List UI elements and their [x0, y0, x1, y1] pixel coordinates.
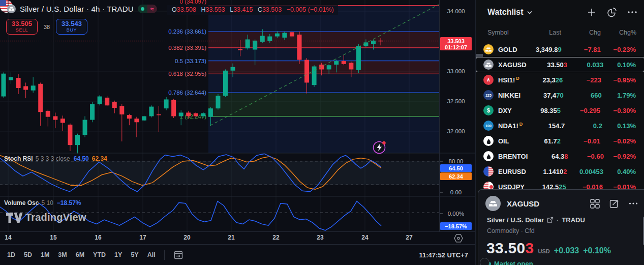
sell-button[interactable]: 33.505 SELL [6, 19, 38, 35]
lightning-trade-button[interactable] [373, 140, 386, 154]
detail-currency: USD [538, 248, 550, 254]
vol-value: −18.57% [57, 199, 81, 207]
range-button-6m[interactable]: 6M [76, 251, 84, 258]
drop-icon [483, 136, 494, 146]
watchlist-row-dxy[interactable]: $DXY98.355−0.295−0.30% [476, 103, 644, 118]
candle [46, 111, 50, 117]
open-value: 33.508 [177, 6, 196, 13]
watchlist-row-brentoi[interactable]: BRENTOI64.38−0.60−0.92% [476, 149, 644, 164]
more-options-icon[interactable] [629, 202, 638, 205]
symbol-cell: ∧HSI1!D [483, 75, 519, 85]
symbol-name: OIL [498, 137, 509, 145]
column-symbol[interactable]: Symbol [476, 29, 516, 36]
stoch-rsi-legend[interactable]: Stoch RSI5 3 3 3 close64.5062.34 [4, 155, 107, 162]
symbol-name: BRENTOI [498, 153, 528, 160]
range-button-1m[interactable]: 1M [41, 251, 49, 258]
range-button-all[interactable]: All [147, 251, 156, 258]
watchlist-row-gold[interactable]: GOLD3,349.89−7.81−0.23% [476, 42, 644, 57]
vol-params: 5 10 [41, 199, 53, 207]
candle [60, 119, 65, 123]
symbol-legend[interactable]: Silver / U.S. Dollar · 4h · TRADU ≈ [7, 5, 157, 13]
watchlist-rows: GOLD3,349.89−7.81−0.23%XAGUSD33.5030.033… [476, 42, 644, 194]
candle [275, 34, 280, 37]
volume-osc-legend[interactable]: Volume Osc5 10−18.57% [4, 199, 81, 207]
chgp-cell: 0.13% [602, 122, 636, 130]
chart-region: 0 (34.097)0.236 (33.661)0.382 (33.391)0.… [0, 0, 475, 265]
detail-description[interactable]: Silver / U.S. Dollar [487, 216, 544, 224]
candle [112, 102, 117, 108]
range-button-5y[interactable]: 5Y [131, 251, 138, 258]
watchlist-row-oil[interactable]: OIL61.72−0.01−0.02% [476, 133, 644, 149]
column-chgp[interactable]: Chg% [601, 29, 636, 36]
candle [142, 116, 146, 121]
market-status-toggle[interactable]: ≈ [138, 5, 157, 13]
edit-note-icon[interactable] [609, 199, 619, 209]
watchlist-title: Watchlist [487, 8, 524, 17]
watchlist-columns: Symbol Last Chg Chg% [476, 25, 644, 40]
stoch-d-value: 62.34 [92, 155, 107, 162]
column-last[interactable]: Last [516, 29, 561, 36]
market-status-text: Market open [494, 260, 533, 265]
chgp-cell: −0.23% [601, 46, 636, 53]
chg-cell: −223 [563, 76, 601, 84]
pie-chart-icon[interactable] [606, 7, 617, 18]
stoch-axis-label: 0.00 [450, 189, 462, 195]
watchlist-row-hsi1[interactable]: ∧HSI1!D23,326−223−0.95% [476, 72, 644, 87]
watchlist-row-eurusd[interactable]: EURUSD1.141020.004530.40% [476, 164, 644, 179]
svg-text:64.50: 64.50 [449, 165, 463, 171]
time-axis-label: 23 [317, 234, 323, 241]
stoch-title: Stoch RSI [4, 155, 33, 162]
candle [68, 125, 72, 145]
range-button-ytd[interactable]: YTD [93, 251, 106, 258]
svg-text:01:12:07: 01:12:07 [445, 44, 467, 50]
range-button-3m[interactable]: 3M [58, 251, 67, 258]
candle [53, 116, 57, 120]
fib-retracement[interactable]: 0 (34.097)0.236 (33.661)0.382 (33.391)0.… [168, 0, 439, 153]
range-button-5d[interactable]: 5D [24, 251, 32, 258]
vol-axis-label: 0.00% [448, 211, 465, 217]
range-button-1d[interactable]: 1D [7, 251, 15, 258]
detail-change-percent: +0.10% [583, 246, 611, 255]
go-to-date-calendar-icon[interactable] [173, 250, 183, 260]
last-cell: 3,349.89 [517, 46, 562, 53]
candle [90, 104, 95, 120]
panel-collapse-handle[interactable] [480, 258, 489, 265]
symbol-name: NDA1!D [498, 122, 523, 130]
candle [327, 65, 331, 69]
fib-level-label: 0 (34.097) [180, 0, 207, 5]
last-cell: 98.355 [516, 107, 561, 114]
watchlist-title-menu[interactable]: Watchlist [487, 8, 532, 17]
change-value: −0.005 (−0.01%) [287, 6, 334, 13]
symbol-name: HSI1!D [498, 76, 519, 84]
stoch-k-value: 64.50 [74, 155, 89, 162]
grid-layout-icon[interactable] [590, 199, 600, 209]
tradingview-watermark: TradingView [6, 212, 86, 223]
watchlist-row-nda1[interactable]: 100NDA1!D154.70.20.13% [476, 118, 644, 133]
external-link-icon[interactable] [547, 217, 554, 223]
symbol-title[interactable]: Silver / U.S. Dollar · 4h · TRADU [20, 5, 134, 13]
candle [9, 77, 13, 80]
clock[interactable]: 11:47:52 UTC+7 [419, 251, 468, 259]
settings-hexagon-icon[interactable] [454, 234, 463, 243]
candle [282, 33, 287, 37]
buy-price: 33.543 [62, 20, 82, 27]
text-icon: 100 [483, 121, 494, 131]
watchlist-header: Watchlist [476, 0, 644, 24]
candle [2, 74, 6, 97]
time-axis[interactable]: 14151617202122232427 [0, 231, 475, 245]
buy-button[interactable]: 33.543 BUY [56, 19, 87, 35]
more-options-icon[interactable] [627, 11, 637, 14]
column-chg[interactable]: Chg [561, 29, 601, 36]
silver-symbol-icon [7, 5, 16, 13]
detail-price: 33.50 [486, 240, 526, 256]
chg-cell: −0.01 [561, 137, 600, 145]
high-value: 33.553 [205, 6, 225, 13]
chg-cell: 0.00453 [567, 168, 603, 175]
price-chart[interactable]: 0 (34.097)0.236 (33.661)0.382 (33.391)0.… [0, 0, 475, 231]
chg-cell: −0.60 [568, 153, 604, 160]
range-button-1y[interactable]: 1Y [114, 251, 122, 258]
symbol-cell: XAGUSD [483, 60, 527, 70]
watchlist-row-nikkei[interactable]: 225NIKKEI37,4706601.79% [476, 87, 644, 103]
watchlist-row-xagusd[interactable]: XAGUSD33.5030.0330.10% [476, 57, 644, 72]
add-symbol-plus-icon[interactable] [587, 8, 596, 17]
